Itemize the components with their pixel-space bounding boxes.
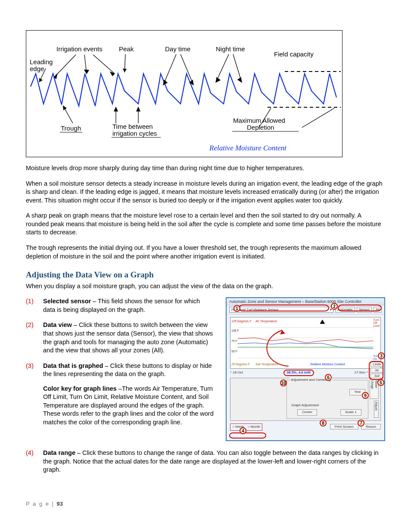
svg-marker-7 bbox=[110, 72, 115, 76]
svg-text:Irrigation events: Irrigation events bbox=[56, 45, 103, 53]
list-item-2: Data view – Click these buttons to switc… bbox=[43, 321, 214, 355]
list-number-2: (2) bbox=[26, 321, 43, 355]
list-number-1: (1) bbox=[26, 297, 43, 314]
svg-text:Day time: Day time bbox=[165, 45, 190, 53]
svg-text:Time between: Time between bbox=[112, 123, 153, 130]
scale-button[interactable]: Scale 1 bbox=[340, 409, 361, 416]
svg-text:Depletion: Depletion bbox=[247, 124, 274, 131]
svg-text:Night time: Night time bbox=[216, 45, 245, 53]
paragraph-3: A sharp peak on graph means that the moi… bbox=[26, 212, 385, 237]
list-number-3: (3) bbox=[26, 362, 43, 427]
svg-marker-25 bbox=[137, 107, 140, 111]
svg-line-27 bbox=[302, 108, 334, 128]
section-heading: Adjusting the Data View on a Graph bbox=[26, 269, 385, 280]
svg-text:Maximum Allowed: Maximum Allowed bbox=[233, 117, 285, 124]
svg-text:Relative Moisture Content: Relative Moisture Content bbox=[209, 144, 287, 152]
page-footer: P a g e | 93 bbox=[26, 500, 385, 508]
center-info: 38.5%, 4.6 in/ft bbox=[283, 370, 314, 376]
section-intro: When you display a soil moisture graph, … bbox=[26, 282, 385, 291]
svg-marker-17 bbox=[238, 78, 242, 82]
svg-marker-15 bbox=[216, 78, 220, 82]
sensor-graph[interactable]: 125 Degrees F Air Temperature 100 F 75 F… bbox=[230, 317, 381, 369]
svg-line-6 bbox=[93, 55, 115, 74]
list-item-1: Selected sensor – This field shows the s… bbox=[43, 297, 214, 314]
svg-text:Field capacity: Field capacity bbox=[274, 50, 314, 58]
svg-marker-9 bbox=[123, 68, 127, 72]
list-number-4: (4) bbox=[26, 449, 43, 474]
svg-text:Leading: Leading bbox=[30, 58, 53, 65]
controls-panel: Adjustment and Centering Test Graph Adju… bbox=[230, 378, 381, 421]
svg-text:edge: edge bbox=[30, 65, 44, 72]
moisture-graph-figure: Irrigation events Peak Day time Night ti… bbox=[26, 30, 342, 157]
return-button[interactable]: Return bbox=[361, 424, 381, 429]
svg-marker-3 bbox=[54, 74, 57, 79]
svg-text:Trough: Trough bbox=[61, 124, 81, 132]
date-right: 17-Nov ^ bbox=[354, 370, 368, 375]
svg-line-10 bbox=[163, 54, 176, 85]
paragraph-1: Moisture levels drop more sharply during… bbox=[26, 164, 385, 173]
tab-adjust[interactable]: Adjust bbox=[374, 401, 379, 418]
app-screenshot: Automatic Zone and Sensor Management – B… bbox=[226, 297, 385, 441]
svg-text:irrigation cycles: irrigation cycles bbox=[112, 130, 157, 137]
svg-text:Peak: Peak bbox=[119, 45, 134, 53]
list-item-3: Data that is graphed – Click these butto… bbox=[43, 362, 214, 427]
list-item-4: Data range – Click these buttons to chan… bbox=[43, 449, 385, 474]
print-button[interactable]: Print Screen bbox=[330, 424, 358, 429]
paragraph-4: The trough represents the initial drying… bbox=[26, 244, 385, 261]
svg-marker-5 bbox=[84, 70, 89, 74]
svg-line-12 bbox=[181, 54, 193, 85]
center-button[interactable]: Center bbox=[297, 409, 317, 416]
date-left: ^ 18-Oct bbox=[230, 370, 243, 375]
paragraph-2: When a soil moisture sensor detects a st… bbox=[26, 180, 385, 205]
svg-marker-23 bbox=[114, 107, 118, 111]
svg-marker-13 bbox=[190, 80, 193, 85]
